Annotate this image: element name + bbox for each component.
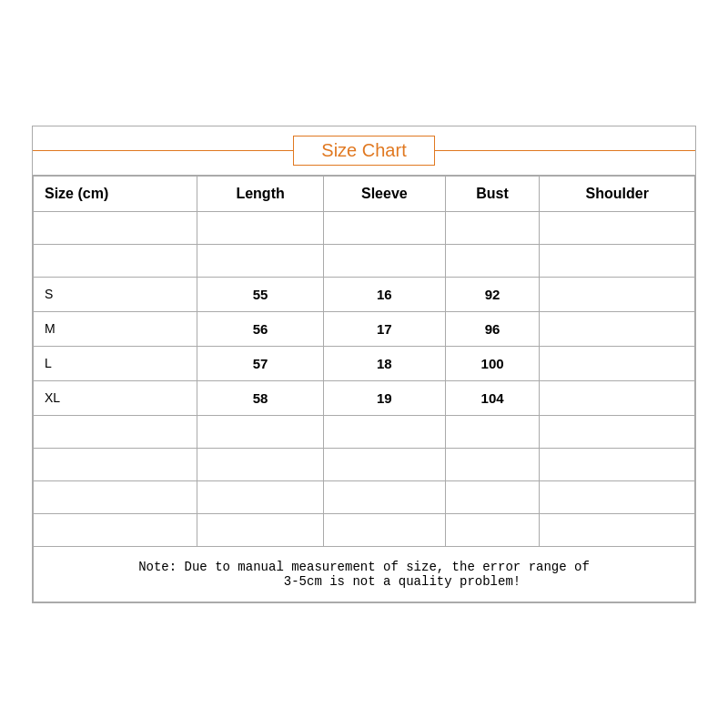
cell-sleeve: 18 — [323, 346, 445, 380]
col-bust: Bust — [445, 176, 540, 211]
cell-bust: 92 — [445, 277, 540, 311]
table-row: L5718100 — [34, 346, 695, 380]
empty-row — [34, 211, 695, 244]
cell-sleeve: 17 — [323, 311, 445, 346]
cell-size: L — [34, 346, 197, 380]
cell-shoulder — [540, 311, 695, 346]
header-row: Size (cm) Length Sleeve Bust Shoulder — [34, 176, 695, 211]
empty-row — [34, 244, 695, 277]
table-row: S551692 — [34, 277, 695, 311]
col-shoulder: Shoulder — [540, 176, 695, 211]
empty-row — [34, 415, 695, 448]
cell-size: S — [34, 277, 197, 311]
empty-row — [34, 480, 695, 513]
note-text: Note: Due to manual measurement of size,… — [34, 546, 695, 602]
cell-length: 58 — [197, 380, 324, 415]
title-line-right — [435, 150, 695, 151]
cell-bust: 104 — [445, 380, 540, 415]
cell-bust: 96 — [445, 311, 540, 346]
table-row: XL5819104 — [34, 380, 695, 415]
empty-row — [34, 448, 695, 480]
note-row: Note: Due to manual measurement of size,… — [34, 546, 695, 602]
cell-length: 56 — [197, 311, 324, 346]
col-length: Length — [197, 176, 324, 211]
cell-shoulder — [540, 346, 695, 380]
cell-size: M — [34, 311, 197, 346]
table-container: Size (cm) Length Sleeve Bust Shoulder S5… — [33, 176, 695, 602]
cell-shoulder — [540, 277, 695, 311]
col-size: Size (cm) — [34, 176, 197, 211]
cell-bust: 100 — [445, 346, 540, 380]
chart-title-row: Size Chart — [33, 126, 695, 176]
cell-length: 55 — [197, 277, 324, 311]
empty-row — [34, 513, 695, 546]
col-sleeve: Sleeve — [323, 176, 445, 211]
cell-sleeve: 16 — [323, 277, 445, 311]
size-table: Size (cm) Length Sleeve Bust Shoulder S5… — [33, 176, 695, 602]
cell-length: 57 — [197, 346, 324, 380]
cell-size: XL — [34, 380, 197, 415]
chart-title: Size Chart — [293, 136, 434, 166]
cell-sleeve: 19 — [323, 380, 445, 415]
title-line-left — [33, 150, 293, 151]
table-row: M561796 — [34, 311, 695, 346]
size-chart: Size Chart Size (cm) Length Sleeve Bust … — [32, 126, 696, 603]
cell-shoulder — [540, 380, 695, 415]
